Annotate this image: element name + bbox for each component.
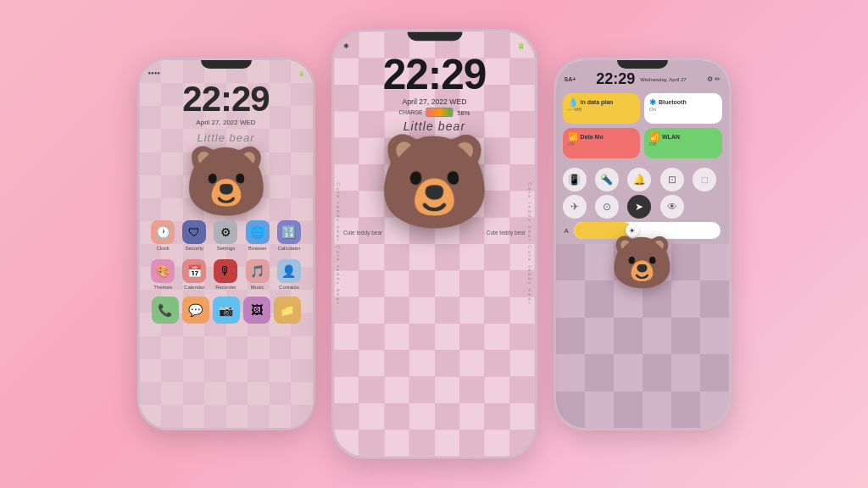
phone-2-bottom-right: Cute teddy bear bbox=[486, 230, 525, 236]
phone-1-status-icons: ●●●● bbox=[148, 70, 161, 76]
scan-btn[interactable]: ⊡ bbox=[660, 168, 684, 191]
app-calendar-label: Calendar bbox=[184, 285, 204, 290]
phone-3-sa: SA+ bbox=[565, 76, 576, 82]
phone-1-time: 22:29 bbox=[140, 81, 313, 117]
bluetooth-sub: On bbox=[649, 107, 717, 112]
phone-3-time: 22:29 bbox=[596, 70, 635, 88]
app-themes-label: Themes bbox=[153, 285, 172, 290]
app-contacts-label: Contacts bbox=[279, 285, 299, 290]
wlan-sub: Off bbox=[649, 141, 717, 147]
app-calendar[interactable]: 📅 Calendar bbox=[181, 259, 208, 290]
phone-3: (function() { const grid = document.curr… bbox=[554, 58, 732, 430]
phone-2-notch bbox=[407, 31, 462, 41]
circle-btn[interactable]: ⊙ bbox=[595, 195, 619, 219]
app-clock-icon: 🕐 bbox=[151, 220, 175, 244]
app-calculator[interactable]: 🔢 Calculator bbox=[275, 220, 302, 251]
app-clock[interactable]: 🕐 Clock bbox=[150, 220, 176, 251]
charge-label: CHARGE bbox=[398, 109, 422, 114]
dock-sms[interactable]: 💬 bbox=[182, 297, 209, 324]
location-btn[interactable]: ➤ bbox=[627, 195, 651, 219]
app-browser[interactable]: 🌐 Browser bbox=[244, 220, 270, 251]
battery-visual bbox=[426, 108, 453, 117]
app-music[interactable]: 🎵 Music bbox=[244, 259, 270, 290]
phone-2-bear: 🐻 bbox=[334, 135, 535, 226]
phone-3-status-icons: ⚙ ✏ bbox=[707, 75, 721, 83]
app-contacts[interactable]: 👤 Contacts bbox=[275, 259, 302, 290]
dock-gallery[interactable]: 🖼 bbox=[243, 297, 270, 324]
eye-btn[interactable]: 👁 bbox=[660, 195, 684, 219]
app-security[interactable]: 🛡 Security bbox=[181, 220, 208, 251]
app-security-icon: 🛡 bbox=[182, 220, 206, 244]
phone-1-clock: 22:29 April 27, 2022 WED bbox=[140, 78, 313, 126]
control-wlan[interactable]: 📶 WLAN Off bbox=[644, 128, 722, 158]
bear-emoji-2: 🐻 bbox=[334, 135, 535, 226]
phone-1: (function() { const grid = document.curr… bbox=[137, 58, 315, 430]
airplane-btn[interactable]: ✈ bbox=[563, 195, 587, 219]
bluetooth-title: Bluetooth bbox=[659, 99, 687, 105]
flashlight-btn[interactable]: 🔦 bbox=[595, 168, 619, 191]
wlan-icon: 📶 bbox=[649, 132, 659, 141]
bell-btn[interactable]: 🔔 bbox=[627, 168, 651, 191]
app-recorder-label: Recorder bbox=[215, 285, 236, 290]
app-settings[interactable]: ⚙ Settings bbox=[213, 220, 239, 251]
control-bluetooth[interactable]: ✱ Bluetooth On bbox=[644, 93, 722, 124]
phone-1-apps-row1: 🕐 Clock 🛡 Security ⚙ Settings 🌐 Browser … bbox=[140, 215, 313, 254]
phone-2-bt-icon: ✱ bbox=[343, 42, 348, 50]
bear-emoji-3: 🐻 bbox=[610, 234, 674, 291]
data-plan-title: in data plan bbox=[581, 99, 614, 105]
phone-2-bottom-labels: Cute teddy bear Cute teddy bear bbox=[334, 226, 535, 239]
water-drop-icon: 💧 bbox=[568, 97, 578, 107]
phone-1-battery-icon: 🔋 bbox=[298, 70, 304, 76]
app-browser-icon: 🌐 bbox=[246, 220, 270, 244]
data-plan-sub: — MB bbox=[568, 107, 636, 112]
data-mode-icon: 📶 bbox=[568, 132, 578, 141]
app-clock-label: Clock bbox=[157, 246, 170, 251]
control-icons-row1: 📳 🔦 🔔 ⊡ ⬚ bbox=[556, 166, 729, 193]
dock-extra-icon: 📁 bbox=[274, 297, 301, 324]
app-music-icon: 🎵 bbox=[246, 259, 270, 283]
phone-2-time: 22:29 bbox=[334, 53, 535, 96]
battery-percent: 58% bbox=[457, 109, 470, 116]
phone-3-bear: 🐻 bbox=[556, 232, 729, 292]
app-browser-label: Browser bbox=[248, 246, 267, 251]
phone-2-battery: 🔋 bbox=[517, 42, 526, 50]
phone-2-bottom-left: Cute teddy bear bbox=[343, 230, 382, 236]
phone-1-date: April 27, 2022 WED bbox=[140, 119, 313, 126]
phone-3-notch bbox=[617, 60, 668, 69]
phone-2-side-text-right: Cute teddy bear Cute teddy bear bbox=[527, 182, 532, 305]
phone-1-bear: 🐻 bbox=[140, 147, 313, 215]
vibrate-btn[interactable]: 📳 bbox=[563, 168, 587, 191]
edit-icon: ✏ bbox=[715, 75, 721, 83]
app-calculator-icon: 🔢 bbox=[277, 220, 301, 244]
app-themes-icon: 🎨 bbox=[151, 259, 175, 283]
control-data-plan[interactable]: 💧 in data plan — MB bbox=[563, 93, 641, 124]
app-calculator-label: Calculator bbox=[277, 246, 300, 251]
settings-icon: ⚙ bbox=[707, 75, 713, 83]
phone-3-date: Wednesday, April 27 bbox=[640, 77, 686, 82]
phone-2-side-text-left: Cute teddy bear Cute teddy bear bbox=[336, 182, 341, 305]
app-themes[interactable]: 🎨 Themes bbox=[150, 259, 176, 290]
app-security-label: Security bbox=[185, 246, 203, 251]
phone-2-battery-bar: CHARGE 58% bbox=[334, 108, 535, 117]
app-calendar-icon: 📅 bbox=[182, 259, 206, 283]
dock-sms-icon: 💬 bbox=[182, 297, 209, 324]
app-music-label: Music bbox=[251, 285, 264, 290]
control-row-2: 📶 Data Mo Off 📶 WLAN Off bbox=[563, 128, 722, 158]
app-contacts-icon: 👤 bbox=[277, 259, 301, 283]
dock-camera[interactable]: 📷 bbox=[213, 297, 240, 324]
phone-1-notch bbox=[201, 60, 252, 69]
phone-2-date: April 27, 2022 WED bbox=[334, 97, 535, 106]
app-recorder-icon: 🎙 bbox=[214, 259, 237, 283]
bluetooth-icon: ✱ bbox=[649, 97, 656, 107]
phone-2-clock: 22:29 April 27, 2022 WED CHARGE 58% bbox=[334, 52, 535, 117]
data-mode-title: Data Mo bbox=[581, 134, 604, 140]
phone-1-dock: 📞 💬 📷 🖼 📁 bbox=[140, 293, 313, 327]
control-data-mode[interactable]: 📶 Data Mo Off bbox=[563, 128, 641, 158]
app-settings-label: Settings bbox=[217, 246, 236, 251]
app-recorder[interactable]: 🎙 Recorder bbox=[213, 259, 239, 290]
dock-extra[interactable]: 📁 bbox=[274, 297, 301, 324]
phone-1-apps-row2: 🎨 Themes 📅 Calendar 🎙 Recorder 🎵 Music 👤… bbox=[140, 254, 313, 293]
scan2-btn[interactable]: ⬚ bbox=[693, 168, 716, 191]
dock-phone[interactable]: 📞 bbox=[152, 297, 179, 324]
phone-2: (function() { const grid = document.curr… bbox=[331, 29, 537, 459]
